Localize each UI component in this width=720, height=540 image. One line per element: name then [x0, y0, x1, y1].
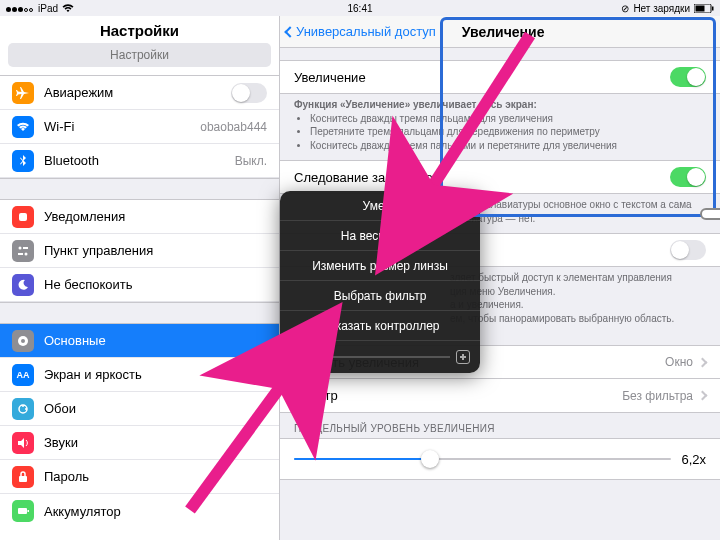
- search-input[interactable]: [8, 43, 271, 67]
- sidebar-item-label: Bluetooth: [44, 153, 235, 168]
- sidebar-item-пароль[interactable]: Пароль: [0, 460, 279, 494]
- sidebar-item-wi-fi[interactable]: Wi-Fiobaobab444: [0, 110, 279, 144]
- svg-rect-2: [712, 6, 714, 10]
- nav-bar: Универсальный доступ Увеличение: [280, 16, 720, 48]
- back-button[interactable]: Универсальный доступ: [280, 24, 442, 39]
- sidebar-item-label: Wi-Fi: [44, 119, 200, 134]
- wifi-status-icon: [62, 4, 74, 13]
- follow-focus-row[interactable]: Следование за фокусом: [280, 160, 720, 194]
- sidebar-item-label: Основные: [44, 333, 267, 348]
- settings-sidebar: Настройки АвиарежимWi-Fiobaobab444Blueto…: [0, 16, 280, 540]
- popup-item[interactable]: Выбрать фильтр: [280, 281, 480, 311]
- sidebar-item-пункт-управления[interactable]: Пункт управления: [0, 234, 279, 268]
- svg-rect-16: [28, 510, 30, 512]
- svg-point-12: [22, 405, 24, 407]
- zoom-switch[interactable]: [670, 67, 706, 87]
- control-icon: [12, 240, 34, 262]
- svg-point-13: [25, 408, 27, 410]
- sidebar-item-уведомления[interactable]: Уведомления: [0, 200, 279, 234]
- chevron-right-icon: [698, 391, 708, 401]
- filter-row[interactable]: Фильтр Без фильтра: [280, 379, 720, 413]
- sound-icon: [12, 432, 34, 454]
- popup-zoom-slider[interactable]: [280, 341, 480, 373]
- sidebar-item-экран-и-яркость[interactable]: AAЭкран и яркость: [0, 358, 279, 392]
- battery-status-icon: [694, 4, 714, 13]
- max-zoom-slider-row[interactable]: 6,2x: [280, 438, 720, 480]
- battery-icon: [12, 500, 34, 522]
- svg-rect-5: [23, 247, 28, 249]
- sidebar-item-label: Пароль: [44, 469, 267, 484]
- bluetooth-icon: [12, 150, 34, 172]
- brightness-icon: AA: [12, 364, 34, 386]
- zoom-toggle-row[interactable]: Увеличение: [280, 60, 720, 94]
- popup-item[interactable]: Умень: [280, 191, 480, 221]
- sidebar-item-label: Не беспокоить: [44, 277, 267, 292]
- sidebar-item-аккумулятор[interactable]: Аккумулятор: [0, 494, 279, 528]
- popup-item[interactable]: Изменить размер линзы: [280, 251, 480, 281]
- sidebar-item-авиарежим[interactable]: Авиарежим: [0, 76, 279, 110]
- svg-rect-1: [696, 5, 705, 11]
- svg-rect-15: [18, 508, 27, 514]
- sidebar-item-обои[interactable]: Обои: [0, 392, 279, 426]
- sidebar-item-label: Уведомления: [44, 209, 267, 224]
- sidebar-item-label: Экран и яркость: [44, 367, 267, 382]
- page-title: Увеличение: [462, 24, 545, 40]
- zoom-popup-menu: УменьНа весь экранИзменить размер линзыВ…: [280, 191, 480, 373]
- svg-rect-7: [18, 253, 23, 255]
- svg-rect-14: [19, 476, 27, 482]
- bell-icon: [12, 206, 34, 228]
- sidebar-item-основные[interactable]: Основные: [0, 324, 279, 358]
- not-charging-icon: ⊘: [621, 3, 629, 14]
- charge-label: Нет зарядки: [633, 3, 690, 14]
- sidebar-title: Настройки: [0, 16, 279, 43]
- wallpaper-icon: [12, 398, 34, 420]
- chevron-right-icon: [698, 357, 708, 367]
- lock-icon: [12, 466, 34, 488]
- clock: 16:41: [347, 3, 372, 14]
- toggle-switch[interactable]: [231, 83, 267, 103]
- zoom-handle-icon[interactable]: [700, 208, 720, 220]
- popup-item[interactable]: На весь экран: [280, 221, 480, 251]
- max-zoom-slider[interactable]: [294, 458, 671, 460]
- sidebar-item-label: Аккумулятор: [44, 504, 267, 519]
- detail-pane: Универсальный доступ Увеличение Увеличен…: [280, 16, 720, 540]
- wifi-icon: [12, 116, 34, 138]
- sidebar-item-label: Обои: [44, 401, 267, 416]
- zoom-out-icon[interactable]: [290, 350, 304, 364]
- svg-rect-3: [19, 213, 27, 221]
- popup-item[interactable]: Показать контроллер: [280, 311, 480, 341]
- sidebar-item-звуки[interactable]: Звуки: [0, 426, 279, 460]
- gear-icon: [12, 330, 34, 352]
- chevron-left-icon: [284, 26, 295, 37]
- status-bar: iPad 16:41 ⊘ Нет зарядки: [0, 0, 720, 16]
- sidebar-item-label: Звуки: [44, 435, 267, 450]
- keyboard-switch[interactable]: [670, 240, 706, 260]
- max-zoom-header: ПРЕДЕЛЬНЫЙ УРОВЕНЬ УВЕЛИЧЕНИЯ: [280, 413, 720, 438]
- zoom-description: Функция «Увеличение» увеличивает весь эк…: [280, 94, 720, 160]
- signal-dots-icon: [6, 3, 34, 14]
- svg-text:AA: AA: [17, 370, 30, 380]
- device-label: iPad: [38, 3, 58, 14]
- sidebar-item-label: Авиарежим: [44, 85, 231, 100]
- sidebar-item-label: Пункт управления: [44, 243, 267, 258]
- svg-point-6: [25, 252, 28, 255]
- svg-point-9: [21, 339, 25, 343]
- zoom-in-icon[interactable]: [456, 350, 470, 364]
- sidebar-item-не-беспокоить[interactable]: Не беспокоить: [0, 268, 279, 302]
- moon-icon: [12, 274, 34, 296]
- follow-switch[interactable]: [670, 167, 706, 187]
- svg-point-4: [19, 246, 22, 249]
- airplane-icon: [12, 82, 34, 104]
- sidebar-item-bluetooth[interactable]: BluetoothВыкл.: [0, 144, 279, 178]
